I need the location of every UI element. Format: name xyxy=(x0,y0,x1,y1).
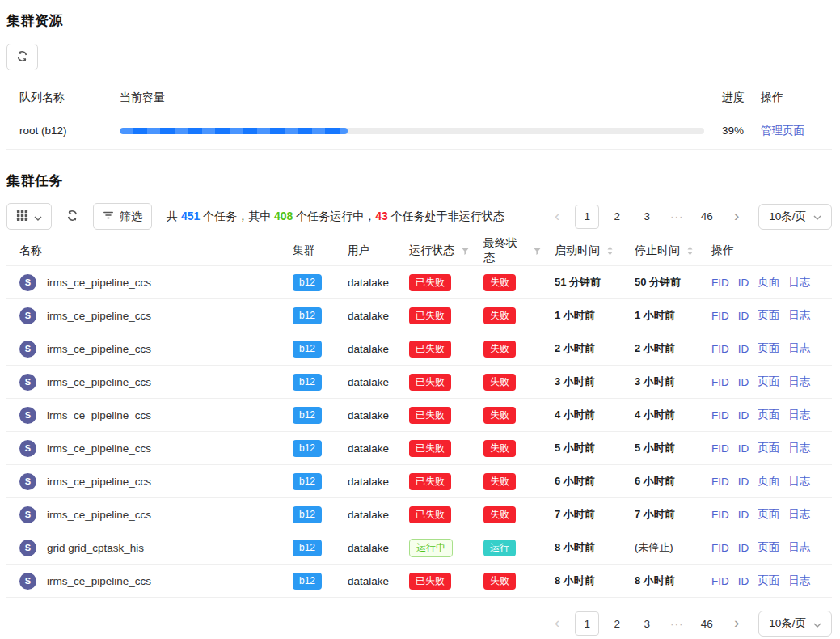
stop-time-header[interactable]: 停止时间 xyxy=(622,243,699,258)
next-page-button[interactable]: › xyxy=(724,611,749,636)
id-link[interactable]: ID xyxy=(738,476,749,488)
manage-page-link[interactable]: 管理页面 xyxy=(761,125,804,137)
id-link[interactable]: ID xyxy=(738,509,749,521)
final-status-badge: 失败 xyxy=(483,506,516,523)
page-link[interactable]: 页面 xyxy=(758,341,779,356)
sorter-icon[interactable] xyxy=(606,245,614,256)
page-link[interactable]: 页面 xyxy=(758,408,779,422)
user-header: 用户 xyxy=(335,243,396,258)
fid-link[interactable]: FID xyxy=(711,277,729,289)
page-link[interactable]: 页面 xyxy=(758,507,779,522)
run-status-badge: 已失败 xyxy=(409,341,451,358)
id-link[interactable]: ID xyxy=(738,442,749,455)
stop-time-cell: (未停止) xyxy=(622,540,699,555)
page-button-46[interactable]: 46 xyxy=(694,611,719,636)
id-link[interactable]: ID xyxy=(738,542,749,554)
fid-link[interactable]: FID xyxy=(711,476,729,488)
filter-lines-icon xyxy=(103,209,114,223)
fid-link[interactable]: FID xyxy=(711,442,729,455)
prev-page-button[interactable]: ‹ xyxy=(545,205,569,229)
log-link[interactable]: 日志 xyxy=(788,408,810,422)
fid-link[interactable]: FID xyxy=(711,409,729,421)
page-link[interactable]: 页面 xyxy=(758,441,779,455)
page-link[interactable]: 页面 xyxy=(758,375,779,389)
log-link[interactable]: 日志 xyxy=(788,474,810,489)
page-button-46[interactable]: 46 xyxy=(694,205,719,229)
run-status-cell: 已失败 xyxy=(396,374,471,391)
cluster-badge: b12 xyxy=(293,506,322,523)
page-link[interactable]: 页面 xyxy=(758,573,779,588)
start-time-header[interactable]: 启动时间 xyxy=(542,243,622,258)
filter-funnel-icon[interactable] xyxy=(461,247,470,256)
cluster-badge: b12 xyxy=(293,307,322,324)
spark-avatar-icon: S xyxy=(19,440,36,457)
stop-time-cell: 3 小时前 xyxy=(622,375,699,389)
page-link[interactable]: 页面 xyxy=(758,308,779,323)
queue-table-header: 队列名称 当前容量 进度 操作 xyxy=(6,83,832,112)
filter-funnel-icon[interactable] xyxy=(533,247,542,256)
page-link[interactable]: 页面 xyxy=(758,474,779,489)
log-link[interactable]: 日志 xyxy=(788,308,810,323)
page-ellipsis[interactable]: ··· xyxy=(665,205,689,229)
log-link[interactable]: 日志 xyxy=(788,275,810,290)
log-link[interactable]: 日志 xyxy=(788,507,810,522)
id-link[interactable]: ID xyxy=(738,310,749,322)
final-status-badge: 运行 xyxy=(483,540,516,556)
start-time-cell: 6 小时前 xyxy=(542,474,622,489)
page-ellipsis[interactable]: ··· xyxy=(665,611,689,636)
task-cluster-cell: b12 xyxy=(280,307,335,324)
final-status-badge: 失败 xyxy=(483,307,516,324)
page-button-1[interactable]: 1 xyxy=(575,205,599,229)
task-user: datalake xyxy=(348,509,389,521)
page-button-2[interactable]: 2 xyxy=(605,611,629,636)
task-cluster-cell: b12 xyxy=(280,573,335,590)
prev-page-button[interactable]: ‹ xyxy=(545,611,569,636)
page-button-2[interactable]: 2 xyxy=(605,205,629,229)
final-status-badge: 失败 xyxy=(483,573,516,590)
page-size-select[interactable]: 10条/页 xyxy=(758,611,832,637)
final-status-badge: 失败 xyxy=(483,440,516,457)
task-row: S irms_ce_pipeline_ccs b12 datalake 已失败 … xyxy=(6,432,832,465)
log-link[interactable]: 日志 xyxy=(788,375,810,389)
page-button-1[interactable]: 1 xyxy=(575,611,599,636)
spark-avatar-icon: S xyxy=(19,307,36,324)
page-button-3[interactable]: 3 xyxy=(635,611,659,636)
fid-link[interactable]: FID xyxy=(711,376,729,388)
run-status-cell: 已失败 xyxy=(396,307,471,324)
next-page-button[interactable]: › xyxy=(724,205,749,229)
stop-time: 1 小时前 xyxy=(635,308,675,323)
run-status-badge: 已失败 xyxy=(409,440,451,457)
task-actions-cell: FID ID 页面 日志 xyxy=(699,540,832,555)
fid-link[interactable]: FID xyxy=(711,509,729,521)
id-link[interactable]: ID xyxy=(738,409,749,421)
id-link[interactable]: ID xyxy=(738,277,749,289)
filter-button[interactable]: 筛选 xyxy=(93,203,152,230)
page-link[interactable]: 页面 xyxy=(758,540,779,555)
page-button-3[interactable]: 3 xyxy=(635,205,659,229)
queue-name: root (b12) xyxy=(6,125,120,137)
id-link[interactable]: ID xyxy=(738,575,749,587)
log-link[interactable]: 日志 xyxy=(788,540,810,555)
stop-time-cell: 1 小时前 xyxy=(622,308,699,323)
refresh-tasks-button[interactable] xyxy=(61,203,83,230)
refresh-resources-button[interactable] xyxy=(6,44,38,70)
cluster-badge: b12 xyxy=(293,573,322,590)
id-link[interactable]: ID xyxy=(738,376,749,388)
grid-icon xyxy=(16,209,28,224)
sorter-icon[interactable] xyxy=(686,245,694,256)
log-link[interactable]: 日志 xyxy=(788,341,810,356)
page-size-select[interactable]: 10条/页 xyxy=(758,204,832,230)
stop-time: 7 小时前 xyxy=(635,507,675,522)
log-link[interactable]: 日志 xyxy=(788,573,810,588)
run-status-cell: 已失败 xyxy=(396,506,471,523)
column-layout-button[interactable] xyxy=(6,203,52,230)
log-link[interactable]: 日志 xyxy=(788,441,810,455)
id-link[interactable]: ID xyxy=(738,343,749,355)
fid-link[interactable]: FID xyxy=(711,575,729,587)
fid-link[interactable]: FID xyxy=(711,310,729,322)
page-link[interactable]: 页面 xyxy=(758,275,779,290)
fid-link[interactable]: FID xyxy=(711,542,729,554)
task-cluster-cell: b12 xyxy=(280,440,335,457)
task-user-cell: datalake xyxy=(335,575,396,587)
fid-link[interactable]: FID xyxy=(711,343,729,355)
